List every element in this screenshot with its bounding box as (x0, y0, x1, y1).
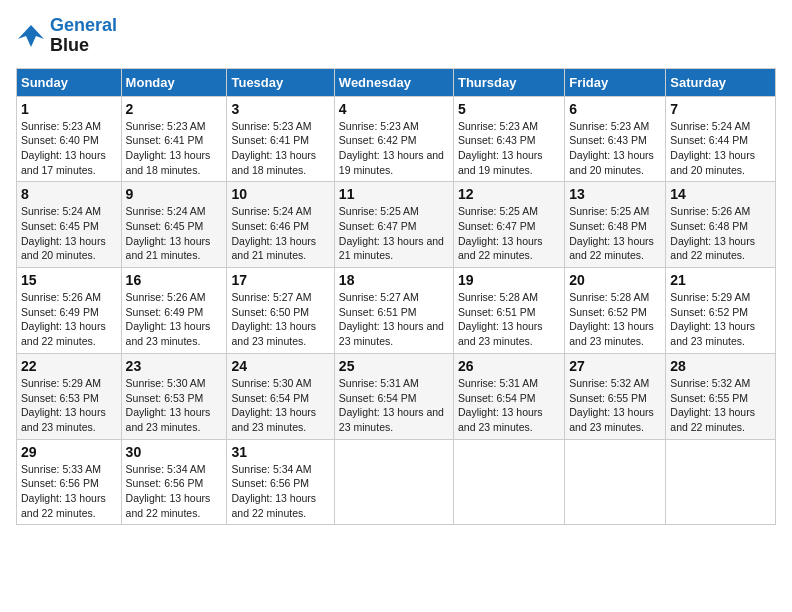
calendar-header: SundayMondayTuesdayWednesdayThursdayFrid… (17, 68, 776, 96)
day-number: 20 (569, 272, 661, 288)
day-info: Sunrise: 5:23 AMSunset: 6:43 PMDaylight:… (458, 119, 560, 178)
calendar-cell: 16 Sunrise: 5:26 AMSunset: 6:49 PMDaylig… (121, 268, 227, 354)
day-info: Sunrise: 5:26 AMSunset: 6:49 PMDaylight:… (126, 290, 223, 349)
calendar-cell: 23 Sunrise: 5:30 AMSunset: 6:53 PMDaylig… (121, 353, 227, 439)
day-info: Sunrise: 5:34 AMSunset: 6:56 PMDaylight:… (126, 462, 223, 521)
day-number: 27 (569, 358, 661, 374)
day-info: Sunrise: 5:31 AMSunset: 6:54 PMDaylight:… (458, 376, 560, 435)
day-info: Sunrise: 5:24 AMSunset: 6:44 PMDaylight:… (670, 119, 771, 178)
calendar-cell (334, 439, 453, 525)
page-header: GeneralBlue (16, 16, 776, 56)
logo-text: GeneralBlue (50, 16, 117, 56)
day-info: Sunrise: 5:28 AMSunset: 6:52 PMDaylight:… (569, 290, 661, 349)
day-info: Sunrise: 5:23 AMSunset: 6:41 PMDaylight:… (126, 119, 223, 178)
day-number: 28 (670, 358, 771, 374)
day-info: Sunrise: 5:30 AMSunset: 6:53 PMDaylight:… (126, 376, 223, 435)
calendar-week-3: 15 Sunrise: 5:26 AMSunset: 6:49 PMDaylig… (17, 268, 776, 354)
header-sunday: Sunday (17, 68, 122, 96)
logo-icon (16, 21, 46, 51)
calendar-cell: 5 Sunrise: 5:23 AMSunset: 6:43 PMDayligh… (453, 96, 564, 182)
calendar-cell: 12 Sunrise: 5:25 AMSunset: 6:47 PMDaylig… (453, 182, 564, 268)
calendar-cell: 10 Sunrise: 5:24 AMSunset: 6:46 PMDaylig… (227, 182, 334, 268)
day-info: Sunrise: 5:30 AMSunset: 6:54 PMDaylight:… (231, 376, 329, 435)
day-number: 5 (458, 101, 560, 117)
calendar-cell: 2 Sunrise: 5:23 AMSunset: 6:41 PMDayligh… (121, 96, 227, 182)
day-info: Sunrise: 5:23 AMSunset: 6:41 PMDaylight:… (231, 119, 329, 178)
calendar-cell: 26 Sunrise: 5:31 AMSunset: 6:54 PMDaylig… (453, 353, 564, 439)
day-info: Sunrise: 5:23 AMSunset: 6:40 PMDaylight:… (21, 119, 117, 178)
day-info: Sunrise: 5:26 AMSunset: 6:49 PMDaylight:… (21, 290, 117, 349)
day-number: 9 (126, 186, 223, 202)
calendar-cell (565, 439, 666, 525)
day-number: 12 (458, 186, 560, 202)
day-info: Sunrise: 5:24 AMSunset: 6:46 PMDaylight:… (231, 204, 329, 263)
day-number: 2 (126, 101, 223, 117)
calendar-cell: 24 Sunrise: 5:30 AMSunset: 6:54 PMDaylig… (227, 353, 334, 439)
calendar-cell: 8 Sunrise: 5:24 AMSunset: 6:45 PMDayligh… (17, 182, 122, 268)
day-number: 1 (21, 101, 117, 117)
day-info: Sunrise: 5:24 AMSunset: 6:45 PMDaylight:… (21, 204, 117, 263)
day-number: 23 (126, 358, 223, 374)
day-info: Sunrise: 5:25 AMSunset: 6:47 PMDaylight:… (458, 204, 560, 263)
day-info: Sunrise: 5:28 AMSunset: 6:51 PMDaylight:… (458, 290, 560, 349)
header-friday: Friday (565, 68, 666, 96)
header-thursday: Thursday (453, 68, 564, 96)
calendar-cell: 21 Sunrise: 5:29 AMSunset: 6:52 PMDaylig… (666, 268, 776, 354)
header-wednesday: Wednesday (334, 68, 453, 96)
day-info: Sunrise: 5:33 AMSunset: 6:56 PMDaylight:… (21, 462, 117, 521)
day-info: Sunrise: 5:23 AMSunset: 6:42 PMDaylight:… (339, 119, 449, 178)
day-number: 8 (21, 186, 117, 202)
day-info: Sunrise: 5:24 AMSunset: 6:45 PMDaylight:… (126, 204, 223, 263)
day-number: 14 (670, 186, 771, 202)
day-info: Sunrise: 5:32 AMSunset: 6:55 PMDaylight:… (569, 376, 661, 435)
day-number: 11 (339, 186, 449, 202)
calendar-week-4: 22 Sunrise: 5:29 AMSunset: 6:53 PMDaylig… (17, 353, 776, 439)
calendar-cell: 30 Sunrise: 5:34 AMSunset: 6:56 PMDaylig… (121, 439, 227, 525)
day-number: 18 (339, 272, 449, 288)
day-number: 25 (339, 358, 449, 374)
calendar-cell: 15 Sunrise: 5:26 AMSunset: 6:49 PMDaylig… (17, 268, 122, 354)
logo: GeneralBlue (16, 16, 117, 56)
header-saturday: Saturday (666, 68, 776, 96)
calendar-cell: 7 Sunrise: 5:24 AMSunset: 6:44 PMDayligh… (666, 96, 776, 182)
calendar-cell: 4 Sunrise: 5:23 AMSunset: 6:42 PMDayligh… (334, 96, 453, 182)
calendar-week-5: 29 Sunrise: 5:33 AMSunset: 6:56 PMDaylig… (17, 439, 776, 525)
day-info: Sunrise: 5:25 AMSunset: 6:47 PMDaylight:… (339, 204, 449, 263)
calendar-cell: 22 Sunrise: 5:29 AMSunset: 6:53 PMDaylig… (17, 353, 122, 439)
calendar-cell (666, 439, 776, 525)
calendar-cell: 20 Sunrise: 5:28 AMSunset: 6:52 PMDaylig… (565, 268, 666, 354)
day-number: 15 (21, 272, 117, 288)
calendar-cell: 13 Sunrise: 5:25 AMSunset: 6:48 PMDaylig… (565, 182, 666, 268)
day-number: 6 (569, 101, 661, 117)
day-info: Sunrise: 5:26 AMSunset: 6:48 PMDaylight:… (670, 204, 771, 263)
calendar-cell: 28 Sunrise: 5:32 AMSunset: 6:55 PMDaylig… (666, 353, 776, 439)
day-number: 26 (458, 358, 560, 374)
calendar-cell (453, 439, 564, 525)
day-number: 17 (231, 272, 329, 288)
calendar-cell: 3 Sunrise: 5:23 AMSunset: 6:41 PMDayligh… (227, 96, 334, 182)
day-number: 30 (126, 444, 223, 460)
day-info: Sunrise: 5:29 AMSunset: 6:53 PMDaylight:… (21, 376, 117, 435)
calendar-table: SundayMondayTuesdayWednesdayThursdayFrid… (16, 68, 776, 526)
day-number: 3 (231, 101, 329, 117)
day-info: Sunrise: 5:25 AMSunset: 6:48 PMDaylight:… (569, 204, 661, 263)
calendar-cell: 18 Sunrise: 5:27 AMSunset: 6:51 PMDaylig… (334, 268, 453, 354)
day-number: 22 (21, 358, 117, 374)
header-monday: Monday (121, 68, 227, 96)
day-info: Sunrise: 5:27 AMSunset: 6:50 PMDaylight:… (231, 290, 329, 349)
day-number: 4 (339, 101, 449, 117)
calendar-cell: 14 Sunrise: 5:26 AMSunset: 6:48 PMDaylig… (666, 182, 776, 268)
day-number: 19 (458, 272, 560, 288)
header-row: SundayMondayTuesdayWednesdayThursdayFrid… (17, 68, 776, 96)
calendar-week-1: 1 Sunrise: 5:23 AMSunset: 6:40 PMDayligh… (17, 96, 776, 182)
calendar-cell: 29 Sunrise: 5:33 AMSunset: 6:56 PMDaylig… (17, 439, 122, 525)
calendar-cell: 9 Sunrise: 5:24 AMSunset: 6:45 PMDayligh… (121, 182, 227, 268)
svg-marker-0 (18, 25, 44, 47)
day-info: Sunrise: 5:31 AMSunset: 6:54 PMDaylight:… (339, 376, 449, 435)
calendar-cell: 25 Sunrise: 5:31 AMSunset: 6:54 PMDaylig… (334, 353, 453, 439)
day-number: 16 (126, 272, 223, 288)
day-info: Sunrise: 5:27 AMSunset: 6:51 PMDaylight:… (339, 290, 449, 349)
day-number: 21 (670, 272, 771, 288)
day-number: 29 (21, 444, 117, 460)
calendar-cell: 1 Sunrise: 5:23 AMSunset: 6:40 PMDayligh… (17, 96, 122, 182)
